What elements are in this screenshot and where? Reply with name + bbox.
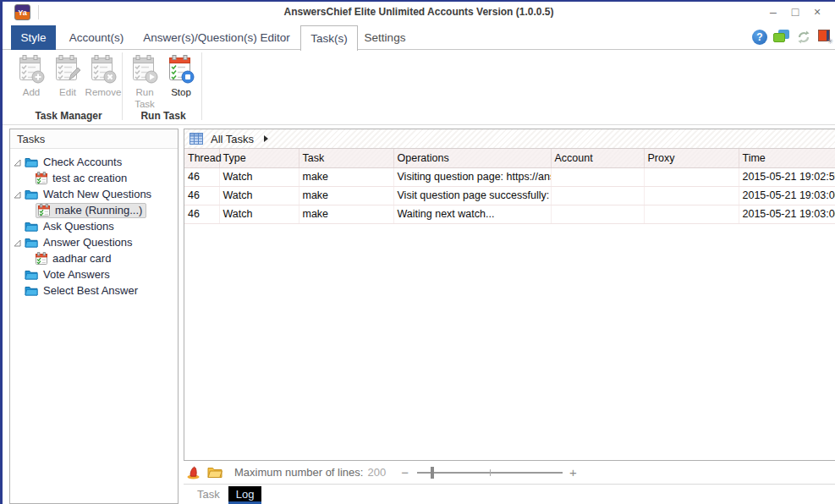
cell-account xyxy=(551,186,644,205)
tree-item-label: aadhar card xyxy=(52,252,111,265)
edit-label: Edit xyxy=(59,87,76,99)
tree-item-label: Vote Answers xyxy=(43,268,110,281)
expander-icon[interactable] xyxy=(14,159,21,167)
log-panel: All Tasks Thread Type Task Operations Ac… xyxy=(184,129,835,461)
maximize-button[interactable]: □ xyxy=(784,3,806,20)
max-lines-slider[interactable] xyxy=(417,467,563,479)
cell-thread: 46 xyxy=(184,186,219,205)
tab-editor[interactable]: Answer(s)/Question(s) Editor xyxy=(136,25,297,50)
expander-icon[interactable] xyxy=(14,239,21,247)
slider-thumb[interactable] xyxy=(431,467,434,479)
cell-thread: 46 xyxy=(184,167,219,186)
ribbon: Add Edit Remove xyxy=(3,50,835,125)
feedback-bubble-front xyxy=(773,33,785,42)
tree-item-select-best-answer[interactable]: Select Best Answer xyxy=(10,282,178,299)
app-window: Ya AnswersChief Elite Unlimited Accounts… xyxy=(0,0,835,504)
cell-account xyxy=(551,205,644,223)
log-table: Thread Type Task Operations Account Prox… xyxy=(184,149,835,224)
column-header-thread[interactable]: Thread xyxy=(184,149,219,167)
register-icon[interactable]: ✳ xyxy=(818,30,830,41)
add-task-icon xyxy=(17,54,46,85)
column-header-account[interactable]: Account xyxy=(551,149,644,167)
expander-icon[interactable] xyxy=(14,191,21,199)
selected-highlight: make (Running...) xyxy=(36,203,146,218)
tree-item-label: test ac creation xyxy=(52,172,127,184)
feedback-icon[interactable] xyxy=(773,30,789,45)
tab-task[interactable]: Task xyxy=(190,486,227,502)
cell-proxy xyxy=(644,205,739,223)
tab-settings[interactable]: Settings xyxy=(360,25,409,50)
view-expand-arrow-icon[interactable] xyxy=(264,135,268,142)
max-lines-value: 200 xyxy=(367,466,386,479)
cell-task: make xyxy=(299,167,393,186)
remove-button[interactable]: Remove xyxy=(84,54,123,99)
remove-task-icon xyxy=(89,54,118,85)
open-folder-icon[interactable] xyxy=(207,466,222,479)
tree-item-label: Watch New Questions xyxy=(43,188,151,200)
cell-thread: 46 xyxy=(184,205,219,223)
tree-item-label: Select Best Answer xyxy=(43,284,138,297)
table-header-row: Thread Type Task Operations Account Prox… xyxy=(184,149,835,167)
tasks-panel-header: Tasks xyxy=(10,129,178,149)
edit-task-icon xyxy=(53,54,82,85)
register-star: ✳ xyxy=(827,37,833,46)
column-header-type[interactable]: Type xyxy=(219,149,299,167)
cell-time: 2015-05-21 19:02:59 xyxy=(739,167,835,186)
tree-item-label: Answer Questions xyxy=(43,236,133,249)
tree-item-ask-questions[interactable]: Ask Questions xyxy=(10,218,178,234)
style-button[interactable]: Style xyxy=(11,25,56,50)
slider-tick xyxy=(490,469,491,476)
column-header-proxy[interactable]: Proxy xyxy=(644,149,739,167)
run-task-button[interactable]: Run Task xyxy=(125,54,164,111)
tree-item-answer-questions[interactable]: Answer Questions xyxy=(10,234,178,250)
task-icon xyxy=(36,252,47,265)
tree-item-watch-new-questions[interactable]: Watch New Questions xyxy=(10,186,178,202)
cell-proxy xyxy=(644,167,739,186)
group-separator xyxy=(201,52,202,120)
cell-account xyxy=(551,167,644,186)
tab-tasks[interactable]: Task(s) xyxy=(300,25,358,51)
table-row[interactable]: 46 Watch make Visiting question page: ht… xyxy=(184,167,835,186)
tree-item-test-ac-creation[interactable]: test ac creation xyxy=(10,170,178,186)
remove-label: Remove xyxy=(85,87,122,99)
clear-log-icon[interactable] xyxy=(187,465,201,479)
run-task-label: Run Task xyxy=(130,87,159,111)
table-row[interactable]: 46 Watch make Waiting next watch... 2015… xyxy=(184,205,835,223)
column-header-time[interactable]: Time xyxy=(739,149,835,167)
view-title: All Tasks xyxy=(211,133,254,145)
increase-button[interactable]: + xyxy=(569,465,577,479)
group-label-task-manager: Task Manager xyxy=(28,110,109,122)
tree-item-label: Check Accounts xyxy=(43,156,122,168)
log-footer: Maximum number of lines: 200 − + xyxy=(184,462,835,483)
tasks-panel: Tasks Check Accounts test ac creation Wa… xyxy=(9,129,179,504)
tree-item-label: Ask Questions xyxy=(43,220,114,233)
cell-operations: Waiting next watch... xyxy=(393,205,551,223)
tab-log[interactable]: Log xyxy=(228,486,262,504)
close-button[interactable]: × xyxy=(806,3,828,20)
stop-button[interactable]: Stop xyxy=(162,54,201,99)
column-header-operations[interactable]: Operations xyxy=(393,149,551,167)
table-row[interactable]: 46 Watch make Visit question page succes… xyxy=(184,186,835,205)
cell-type: Watch xyxy=(219,205,299,223)
cell-task: make xyxy=(299,205,393,223)
tree-item-make-running[interactable]: make (Running...) xyxy=(10,202,178,218)
decrease-button[interactable]: − xyxy=(401,465,409,479)
stop-label: Stop xyxy=(171,87,191,99)
cell-type: Watch xyxy=(219,167,299,186)
minimize-button[interactable]: – xyxy=(762,3,784,20)
group-label-run-task: Run Task xyxy=(131,110,195,122)
help-icon[interactable]: ? xyxy=(752,30,767,45)
folder-icon xyxy=(25,237,38,248)
tree-item-vote-answers[interactable]: Vote Answers xyxy=(10,266,178,282)
tree-item-check-accounts[interactable]: Check Accounts xyxy=(10,154,178,170)
cell-type: Watch xyxy=(219,186,299,205)
add-button[interactable]: Add xyxy=(12,54,51,99)
tab-accounts[interactable]: Account(s) xyxy=(63,25,129,50)
window-controls: – □ × xyxy=(762,3,828,20)
cell-time: 2015-05-21 19:03:00 xyxy=(739,186,835,205)
ribbon-tab-bar: Style Account(s) Answer(s)/Question(s) E… xyxy=(3,25,835,50)
column-header-task[interactable]: Task xyxy=(299,149,393,167)
edit-button[interactable]: Edit xyxy=(48,54,87,99)
tree-item-aadhar-card[interactable]: aadhar card xyxy=(10,250,178,266)
refresh-icon[interactable] xyxy=(796,30,811,45)
